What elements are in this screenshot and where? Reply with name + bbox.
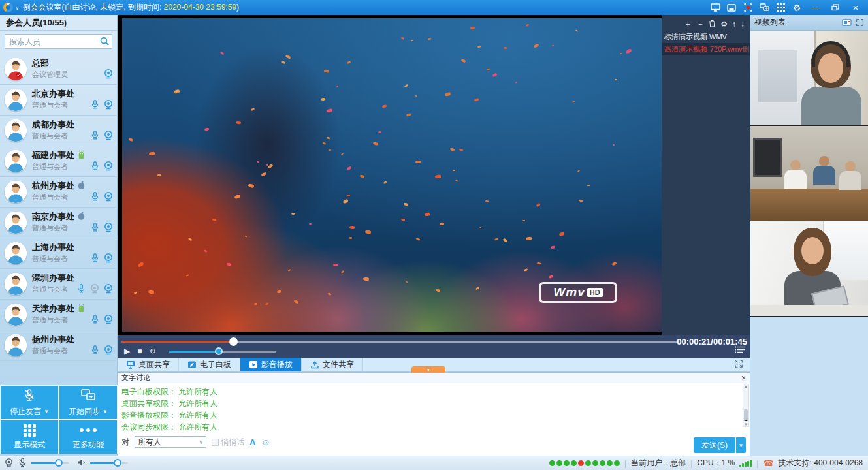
participant-role: 普通与会者: [32, 254, 68, 264]
camera-icon[interactable]: [103, 69, 114, 81]
whisper-checkbox[interactable]: 悄悄话: [212, 437, 244, 448]
participant-name: 天津办事处: [32, 303, 74, 315]
video-mode-icon[interactable]: [842, 19, 852, 27]
restore-button[interactable]: [828, 3, 843, 13]
participant-row[interactable]: 上海办事处普通与会者: [0, 238, 118, 269]
expand-chat-icon[interactable]: [734, 359, 743, 370]
participant-row[interactable]: 总部会议管理员: [0, 54, 118, 85]
font-button[interactable]: A: [249, 437, 255, 447]
video-thumbnail-2[interactable]: [750, 126, 868, 221]
mic-icon[interactable]: [90, 222, 100, 234]
participant-role: 普通与会者: [32, 131, 68, 141]
camera-icon[interactable]: [103, 161, 114, 173]
tab-whiteboard[interactable]: 电子白板: [179, 358, 240, 371]
video-thumbnail-1[interactable]: [750, 31, 868, 126]
mic-icon[interactable]: [90, 191, 100, 204]
display-mode-button[interactable]: 显示模式: [1, 420, 58, 454]
stop-speaking-button[interactable]: 停止发言▼: [1, 386, 58, 419]
camera-disabled-icon[interactable]: [89, 283, 100, 296]
loop-button[interactable]: ↻: [149, 347, 155, 356]
chevron-down-icon[interactable]: ∨: [15, 5, 20, 11]
cpu-label: CPU：1 %: [697, 458, 735, 469]
camera-icon[interactable]: [103, 314, 114, 326]
send-options-caret[interactable]: ▼: [736, 437, 746, 453]
mic-icon[interactable]: [90, 130, 100, 142]
mic-icon[interactable]: [90, 161, 100, 173]
volume-thumb[interactable]: [215, 347, 223, 355]
whiteboard-icon: [187, 360, 197, 369]
send-button[interactable]: 发送(S): [694, 437, 735, 453]
tab-desktop-share[interactable]: 桌面共享: [118, 358, 179, 371]
volume-slider[interactable]: [169, 351, 276, 352]
camera-icon[interactable]: [103, 99, 114, 112]
start-sync-button[interactable]: 开始同步▼: [59, 386, 117, 419]
delete-item-link[interactable]: 删除: [743, 43, 750, 55]
minimize-button[interactable]: —: [808, 3, 822, 13]
main-content: WmvHD ＋ － ⚙ ↑ ↓ 标清演示视频.WMV 高清演示视频-720P.w…: [118, 15, 750, 456]
participant-row[interactable]: 南京办事处普通与会者: [0, 208, 118, 238]
speaker-icon[interactable]: [77, 458, 86, 469]
playlist-settings-icon[interactable]: ⚙: [720, 21, 728, 27]
stop-button[interactable]: ■: [137, 347, 142, 356]
more-functions-button[interactable]: 更多功能: [59, 420, 117, 454]
trash-icon[interactable]: [709, 20, 716, 28]
video-thumbnail-3[interactable]: [750, 221, 868, 317]
play-button[interactable]: ▶: [124, 347, 130, 356]
video-frame: WmvHD: [122, 18, 662, 332]
tab-media-playback[interactable]: 影音播放: [240, 358, 302, 371]
camera-status-icon[interactable]: [4, 458, 14, 469]
camera-icon[interactable]: [103, 253, 114, 265]
network-sync-icon[interactable]: [759, 3, 769, 12]
remove-media-button[interactable]: －: [696, 21, 704, 27]
expand-panel-icon[interactable]: [856, 18, 864, 27]
participant-name: 深圳办事处: [32, 272, 74, 284]
sync-screens-icon: [81, 388, 95, 403]
mic-icon[interactable]: [90, 314, 100, 326]
permission-message: 电子白板权限： 允许所有人: [121, 386, 746, 398]
titlebar-tools: ⚙ — ×: [710, 3, 868, 13]
participant-row[interactable]: 天津办事处普通与会者: [0, 300, 118, 330]
record-icon[interactable]: [743, 3, 753, 12]
close-button[interactable]: ×: [848, 3, 863, 13]
mic-muted-status-icon[interactable]: [18, 458, 27, 469]
camera-icon[interactable]: [103, 222, 114, 234]
camera-icon[interactable]: [103, 283, 114, 296]
tab-file-share[interactable]: 文件共享: [302, 358, 363, 371]
playlist-toggle-icon[interactable]: [735, 346, 745, 355]
playlist-item[interactable]: 标清演示视频.WMV: [662, 31, 750, 43]
search-icon[interactable]: [100, 37, 110, 48]
participant-row[interactable]: 扬州办事处普通与会者: [0, 330, 118, 361]
add-media-button[interactable]: ＋: [684, 21, 692, 27]
mic-icon[interactable]: [90, 99, 100, 112]
mic-volume-slider[interactable]: [31, 462, 69, 464]
mic-icon[interactable]: [90, 253, 100, 265]
camera-icon[interactable]: [103, 191, 114, 204]
seek-bar[interactable]: [121, 341, 679, 343]
speaker-volume-slider[interactable]: [90, 462, 128, 464]
participant-row[interactable]: 深圳办事处普通与会者: [0, 269, 118, 300]
settings-gear-icon[interactable]: ⚙: [792, 3, 802, 12]
participant-row[interactable]: 杭州办事处普通与会者: [0, 177, 118, 208]
move-up-button[interactable]: ↑: [732, 21, 736, 27]
seek-thumb[interactable]: [229, 337, 238, 346]
mic-icon[interactable]: [76, 283, 86, 296]
chat-close-icon[interactable]: ×: [741, 375, 746, 381]
camera-icon[interactable]: [103, 130, 114, 142]
window-mode-icon[interactable]: [726, 3, 737, 12]
chat-scrollbar[interactable]: ▲▼: [743, 384, 749, 427]
layout-grid-icon[interactable]: [775, 3, 786, 12]
move-down-button[interactable]: ↓: [741, 21, 745, 27]
checkbox-icon[interactable]: [212, 439, 219, 446]
screen-share-icon[interactable]: [710, 3, 720, 12]
participant-row[interactable]: 成都办事处普通与会者: [0, 116, 118, 146]
recipient-select[interactable]: 所有人∨: [135, 436, 206, 448]
mic-icon[interactable]: [90, 345, 100, 357]
participant-row[interactable]: 北京办事处普通与会者: [0, 85, 118, 116]
participant-row[interactable]: 福建办事处普通与会者: [0, 146, 118, 177]
video-player[interactable]: WmvHD: [118, 15, 662, 335]
search-input[interactable]: [5, 34, 112, 49]
camera-icon[interactable]: [103, 345, 114, 357]
collapse-chat-handle[interactable]: ▼: [411, 366, 445, 373]
emoji-button[interactable]: ☺: [261, 437, 270, 447]
playlist-item-selected[interactable]: 高清演示视频-720P.wmv删除: [662, 43, 750, 55]
